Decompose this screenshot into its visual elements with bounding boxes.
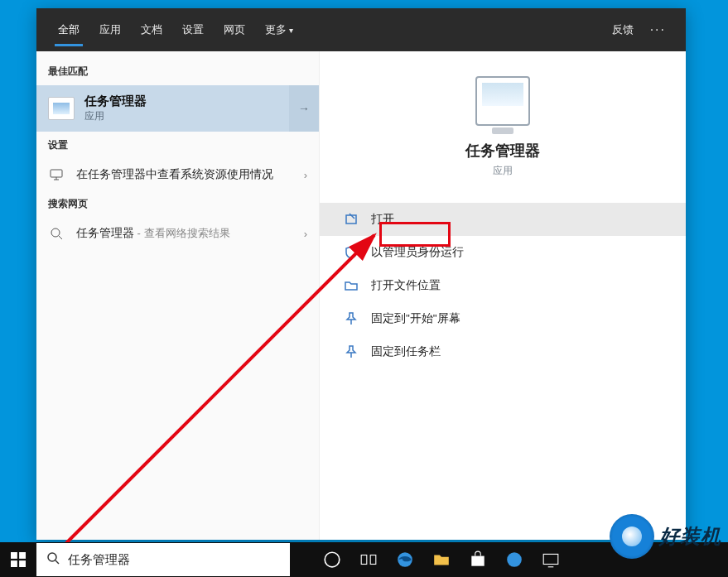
action-list: 打开 以管理员身份运行 打开文件位置 固定到"开始"屏幕 固定到任务栏	[320, 203, 686, 368]
watermark-text: 好装机	[659, 523, 721, 550]
action-pin-start-label: 固定到"开始"屏幕	[371, 311, 460, 326]
chevron-right-icon: ›	[304, 228, 307, 240]
action-run-admin-label: 以管理员身份运行	[371, 245, 464, 260]
search-icon	[46, 551, 60, 568]
svg-rect-10	[361, 555, 367, 565]
action-open[interactable]: 打开	[320, 203, 686, 236]
action-pin-start[interactable]: 固定到"开始"屏幕	[320, 302, 686, 335]
search-icon	[48, 227, 65, 240]
tabs-bar: 全部 应用 文档 设置 网页 更多 反馈 ···	[36, 8, 686, 51]
cortana-icon[interactable]	[323, 551, 341, 569]
best-match-title: 任务管理器	[84, 94, 279, 109]
svg-rect-2	[346, 215, 356, 224]
tab-web[interactable]: 网页	[214, 8, 255, 51]
store-icon[interactable]	[469, 551, 487, 569]
web-result-main: 任务管理器	[76, 227, 134, 239]
details-sub: 应用	[320, 164, 686, 178]
feedback-link[interactable]: 反馈	[604, 22, 642, 37]
pin-icon	[345, 312, 358, 325]
best-match-item[interactable]: 任务管理器 应用 →	[36, 85, 319, 132]
chevron-right-icon: ›	[304, 169, 307, 181]
action-open-location-label: 打开文件位置	[371, 278, 441, 293]
best-match-sub: 应用	[84, 109, 279, 123]
svg-point-9	[325, 552, 340, 567]
tab-settings[interactable]: 设置	[172, 8, 214, 51]
svg-rect-15	[543, 554, 558, 564]
start-button[interactable]	[0, 542, 36, 577]
settings-result-item[interactable]: 在任务管理器中查看系统资源使用情况 ›	[36, 159, 319, 190]
watermark: 好装机	[610, 514, 721, 559]
open-icon	[345, 213, 358, 226]
tab-all[interactable]: 全部	[48, 8, 89, 51]
web-header: 搜索网页	[36, 190, 319, 218]
tab-apps[interactable]: 应用	[89, 8, 131, 51]
file-explorer-icon[interactable]	[432, 551, 451, 569]
svg-rect-13	[471, 556, 484, 566]
edge-icon[interactable]	[396, 551, 414, 569]
svg-rect-7	[19, 560, 26, 567]
best-match-header: 最佳匹配	[36, 58, 319, 85]
action-pin-taskbar[interactable]: 固定到任务栏	[320, 335, 686, 368]
details-pane: 任务管理器 应用 打开 以管理员身份运行 打开文件位置 固定到"开始"屏幕	[320, 51, 686, 540]
best-match-expand[interactable]: →	[289, 85, 319, 132]
folder-icon	[345, 279, 358, 292]
browser-icon[interactable]	[505, 551, 523, 569]
action-run-admin[interactable]: 以管理员身份运行	[320, 236, 686, 269]
task-manager-icon	[48, 97, 75, 120]
svg-rect-11	[370, 555, 376, 565]
shield-icon	[345, 246, 358, 259]
taskbar-search[interactable]: 任务管理器	[36, 543, 290, 576]
svg-rect-4	[11, 552, 17, 559]
action-pin-taskbar-label: 固定到任务栏	[371, 344, 441, 359]
svg-point-8	[48, 553, 56, 561]
search-panel: 全部 应用 文档 设置 网页 更多 反馈 ··· 最佳匹配 任务管理器 应用 →…	[36, 8, 686, 540]
monitor-icon	[48, 168, 65, 181]
task-manager-hero-icon	[475, 76, 530, 126]
settings-result-text: 在任务管理器中查看系统资源使用情况	[76, 167, 292, 182]
svg-point-14	[507, 552, 522, 567]
svg-rect-6	[11, 560, 17, 567]
task-view-icon[interactable]	[359, 551, 378, 569]
svg-point-1	[51, 228, 60, 237]
action-open-location[interactable]: 打开文件位置	[320, 269, 686, 302]
svg-rect-0	[51, 170, 62, 177]
web-result-secondary: - 查看网络搜索结果	[134, 227, 230, 239]
settings-header: 设置	[36, 132, 319, 159]
results-pane: 最佳匹配 任务管理器 应用 → 设置 在任务管理器中查看系统资源使用情况 › 搜…	[36, 51, 320, 540]
tab-more[interactable]: 更多	[255, 8, 303, 51]
options-ellipsis[interactable]: ···	[642, 22, 674, 37]
monitor-icon[interactable]	[542, 551, 560, 569]
web-result-item[interactable]: 任务管理器 - 查看网络搜索结果 ›	[36, 218, 319, 249]
pin-icon	[345, 345, 358, 358]
svg-rect-5	[19, 552, 26, 559]
search-input-value: 任务管理器	[68, 552, 280, 568]
details-title: 任务管理器	[320, 141, 686, 161]
action-open-label: 打开	[371, 212, 394, 227]
tab-docs[interactable]: 文档	[131, 8, 172, 51]
